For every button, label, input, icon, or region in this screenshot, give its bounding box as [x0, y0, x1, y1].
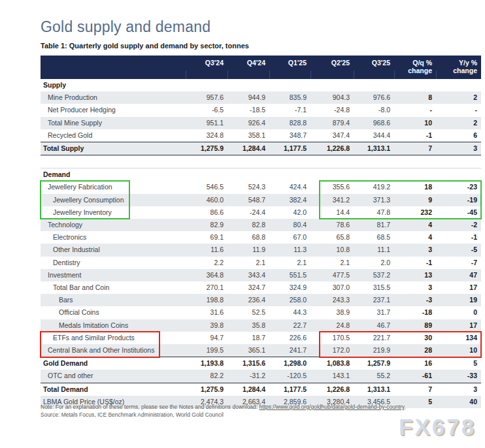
value-cell: 52.5: [227, 306, 269, 319]
header-cell-q3-24: Q3'24: [186, 56, 227, 79]
value-cell: [269, 168, 310, 182]
value-cell: 1,226.8: [310, 142, 354, 155]
value-cell: 2: [436, 117, 481, 129]
value-cell: 38.9: [310, 306, 354, 319]
value-cell: 11.1: [354, 244, 394, 256]
page-title: Gold supply and demand: [41, 18, 210, 36]
value-cell: 2.1: [269, 257, 310, 269]
row-label-cell: Central Bank and Other Institutions: [41, 344, 186, 357]
footnote-period: .: [404, 404, 405, 410]
value-cell: 537.2: [354, 269, 394, 281]
value-cell: 4: [394, 219, 436, 231]
row-label: Investment: [48, 269, 81, 281]
value-cell: 35.8: [227, 319, 269, 332]
value-cell: -24.8: [310, 104, 354, 116]
value-cell: 879.4: [310, 117, 354, 129]
table-row: Supply: [41, 79, 481, 91]
value-cell: 344.4: [354, 129, 394, 142]
value-cell: 5: [436, 357, 481, 370]
value-cell: -45: [436, 206, 481, 219]
row-label-cell: Jewellery Consumption: [41, 194, 186, 206]
value-cell: 67.0: [269, 231, 310, 244]
value-cell: 343.4: [227, 269, 269, 281]
value-cell: 17: [436, 281, 481, 294]
value-cell: -7: [436, 257, 481, 269]
value-cell: -31.2: [227, 370, 269, 383]
value-cell: 11.6: [186, 244, 227, 256]
value-cell: 198.8: [186, 294, 227, 306]
value-cell: -19: [436, 194, 481, 206]
value-cell: 355.6: [310, 181, 354, 193]
row-label-cell: Dentistry: [41, 257, 186, 269]
table-row: Electronics69.168.867.065.868.54-1: [41, 231, 481, 244]
value-cell: -61: [394, 370, 436, 383]
row-label-cell: Recycled Gold: [41, 129, 186, 142]
value-cell: 2.2: [186, 257, 227, 269]
row-label: Bars: [59, 294, 73, 306]
value-cell: -1: [394, 257, 436, 269]
value-cell: 382.4: [269, 194, 310, 206]
row-label-cell: Electronics: [41, 231, 186, 244]
table-row: Other Industrial11.611.911.310.811.13-5: [41, 244, 481, 256]
value-cell: 172.0: [310, 344, 354, 357]
value-cell: 968.6: [354, 117, 394, 129]
value-cell: 82.8: [227, 219, 269, 231]
value-cell: 82.9: [186, 219, 227, 231]
value-cell: 4: [394, 231, 436, 244]
row-label: Technology: [48, 219, 82, 231]
value-cell: 1,257.9: [354, 357, 394, 370]
value-cell: 2: [436, 91, 481, 104]
value-cell: 1,275.9: [186, 383, 227, 396]
value-cell: [436, 168, 481, 182]
value-cell: 2.0: [354, 257, 394, 269]
row-label: Central Bank and Other Institutions: [48, 344, 154, 357]
value-cell: -33: [436, 370, 481, 383]
row-label-cell: Mine Production: [41, 91, 186, 104]
row-label: Net Producer Hedging: [48, 104, 116, 116]
value-cell: 42.0: [269, 206, 310, 219]
value-cell: 6: [436, 129, 481, 142]
value-cell: 134: [436, 332, 481, 344]
table-row: Jewellery Fabrication546.5524.3424.4355.…: [41, 181, 481, 193]
row-label: Total Supply: [43, 142, 84, 155]
value-cell: 221.7: [354, 332, 394, 344]
table-row: Demand: [41, 168, 481, 182]
section-gap: [41, 155, 481, 168]
value-cell: 364.8: [186, 269, 227, 281]
row-label: Electronics: [53, 231, 86, 244]
table-row: ETFs and Similar Products94.718.7226.617…: [41, 332, 481, 344]
value-cell: -18.5: [227, 104, 269, 116]
value-cell: 199.5: [186, 344, 227, 357]
value-cell: 1,313.1: [354, 383, 394, 396]
value-cell: 237.1: [354, 294, 394, 306]
value-cell: 47: [436, 269, 481, 281]
value-cell: 69.1: [186, 231, 227, 244]
value-cell: 307.0: [310, 281, 354, 294]
value-cell: -18: [394, 306, 436, 319]
footnote-text: Note: For an explanation of these terms,…: [41, 404, 259, 410]
value-cell: [436, 79, 481, 91]
value-cell: 258.0: [269, 294, 310, 306]
value-cell: 80.4: [269, 219, 310, 231]
row-label-cell: Jewellery Inventory: [41, 206, 186, 219]
value-cell: 315.5: [354, 281, 394, 294]
value-cell: 1,298.0: [269, 357, 310, 370]
row-label-cell: Net Producer Hedging: [41, 104, 186, 116]
value-cell: [227, 168, 269, 182]
value-cell: 3: [436, 383, 481, 396]
row-label-cell: Total Supply: [41, 142, 186, 155]
value-cell: 548.7: [227, 194, 269, 206]
value-cell: 365.1: [227, 344, 269, 357]
value-cell: 22.7: [269, 319, 310, 332]
value-cell: 31.6: [186, 306, 227, 319]
value-cell: -8.0: [354, 104, 394, 116]
value-cell: 31.7: [354, 306, 394, 319]
footnote-link[interactable]: https://www.gold.org/goldhub/data/gold-d…: [259, 404, 405, 410]
value-cell: 170.5: [310, 332, 354, 344]
row-label-cell: Technology: [41, 219, 186, 231]
value-cell: 44.3: [269, 306, 310, 319]
value-cell: 828.8: [269, 117, 310, 129]
value-cell: 46.7: [354, 319, 394, 332]
table-wrapper: Q3'24 Q4'24 Q1'25 Q2'25 Q3'25 Q/q % chan…: [41, 56, 481, 408]
table-row: Technology82.982.880.478.681.74-2: [41, 219, 481, 231]
